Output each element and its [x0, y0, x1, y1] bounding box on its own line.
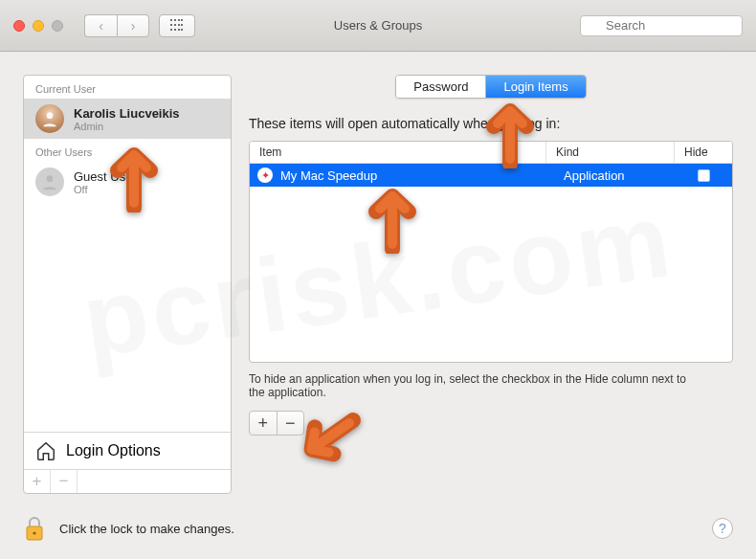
compass-icon: ✦ [261, 169, 270, 182]
help-button[interactable]: ? [712, 518, 733, 539]
svg-point-3 [47, 175, 54, 182]
search-field-wrap [580, 15, 743, 36]
sidebar-current-user-row[interactable]: Karolis Liucveikis Admin [24, 99, 231, 139]
table-header: Item Kind Hide [250, 142, 732, 164]
sidebar-other-users-label: Other Users [24, 139, 231, 162]
hide-checkbox[interactable] [698, 169, 710, 182]
hint-text: To hide an application when you log in, … [249, 372, 689, 399]
question-icon: ? [719, 521, 726, 536]
window-controls [13, 20, 63, 32]
back-button[interactable]: ‹ [84, 14, 117, 37]
svg-point-5 [33, 531, 35, 534]
tab-password[interactable]: Password [396, 76, 486, 98]
chevron-left-icon: ‹ [99, 18, 103, 34]
minimize-button[interactable] [33, 20, 44, 32]
lock-icon[interactable] [23, 515, 46, 542]
search-input[interactable] [580, 15, 743, 36]
login-items-table: Item Kind Hide ✦ My Mac Speedup Applicat… [249, 141, 733, 363]
avatar [35, 104, 64, 133]
nav-buttons: ‹ › [84, 14, 149, 37]
guest-user-status: Off [74, 184, 137, 195]
remove-login-item-button[interactable]: − [278, 412, 304, 435]
sidebar-footer: + − [24, 469, 231, 493]
content: Current User Karolis Liucveikis Admin Ot… [0, 52, 756, 559]
app-icon: ✦ [257, 168, 273, 183]
row-item-name: My Mac Speedup [280, 168, 554, 183]
current-user-role: Admin [74, 121, 180, 132]
minus-icon: − [59, 472, 69, 491]
tab-login-items[interactable]: Login Items [486, 76, 585, 98]
svg-point-2 [47, 112, 54, 119]
login-options-label: Login Options [66, 442, 161, 459]
segmented-tabs: Password Login Items [395, 75, 586, 99]
toolbar: ‹ › Users & Groups [0, 0, 756, 52]
grid-icon [170, 19, 184, 33]
right-panel: Password Login Items These items will op… [249, 75, 733, 494]
maximize-button[interactable] [52, 20, 63, 32]
col-header-kind[interactable]: Kind [546, 142, 675, 163]
plus-icon: + [33, 472, 42, 491]
col-header-item[interactable]: Item [250, 142, 546, 163]
sidebar-guest-user-row[interactable]: Guest User Off [24, 162, 231, 202]
row-item-kind: Application [554, 168, 675, 183]
lock-row: Click the lock to make changes. ? [23, 511, 733, 542]
login-options-button[interactable]: Login Options [24, 432, 231, 469]
plus-icon: + [257, 414, 268, 434]
minus-icon: − [285, 414, 296, 434]
add-login-item-button[interactable]: + [250, 412, 278, 435]
chevron-right-icon: › [131, 18, 136, 34]
close-button[interactable] [13, 20, 25, 32]
forward-button[interactable]: › [117, 14, 149, 37]
guest-user-name: Guest User [74, 169, 137, 184]
table-row[interactable]: ✦ My Mac Speedup Application [250, 164, 732, 187]
sidebar-add-user-button: + [24, 470, 51, 493]
lock-text: Click the lock to make changes. [59, 522, 699, 536]
guest-avatar-icon [35, 168, 64, 196]
sidebar-remove-user-button: − [51, 470, 78, 493]
col-header-hide[interactable]: Hide [675, 142, 732, 163]
sidebar-current-user-label: Current User [24, 76, 231, 99]
show-all-button[interactable] [159, 14, 195, 37]
current-user-name: Karolis Liucveikis [74, 106, 180, 121]
add-remove-box: + − [249, 411, 304, 436]
intro-text: These items will open automatically when… [249, 116, 733, 131]
sidebar: Current User Karolis Liucveikis Admin Ot… [23, 75, 232, 494]
home-icon [35, 440, 56, 461]
window-title: Users & Groups [334, 18, 422, 33]
